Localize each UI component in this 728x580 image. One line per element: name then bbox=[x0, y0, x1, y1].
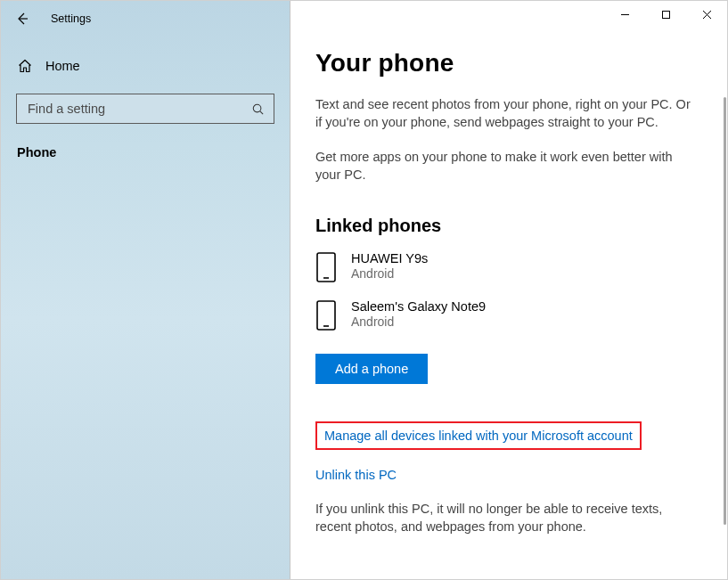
phone-icon bbox=[315, 252, 337, 282]
svg-line-2 bbox=[260, 110, 263, 113]
sidebar: Settings Home Phone bbox=[1, 1, 290, 579]
home-label: Home bbox=[45, 59, 80, 73]
phone-item[interactable]: Saleem's Galaxy Note9 Android bbox=[315, 298, 702, 331]
main-pane: Your phone Text and see recent photos fr… bbox=[290, 1, 727, 579]
back-button[interactable] bbox=[6, 3, 38, 35]
manage-devices-highlight: Manage all devices linked with your Micr… bbox=[315, 421, 642, 450]
page-title: Your phone bbox=[315, 49, 702, 78]
search-box[interactable] bbox=[16, 94, 274, 124]
scrollbar[interactable] bbox=[724, 97, 726, 525]
search-icon bbox=[251, 102, 265, 116]
window-title: Settings bbox=[51, 12, 91, 25]
maximize-button[interactable] bbox=[645, 1, 686, 28]
intro-text-2: Get more apps on your phone to make it w… bbox=[315, 148, 699, 184]
phone-os: Android bbox=[351, 315, 486, 331]
unlink-description: If you unlink this PC, it will no longer… bbox=[315, 500, 699, 536]
add-phone-button[interactable]: Add a phone bbox=[315, 354, 428, 384]
svg-rect-4 bbox=[662, 11, 669, 18]
close-button[interactable] bbox=[686, 1, 727, 28]
phone-info: HUAWEI Y9s Android bbox=[351, 250, 428, 282]
close-icon bbox=[702, 10, 712, 20]
sidebar-item-phone[interactable]: Phone bbox=[17, 145, 290, 159]
phone-item[interactable]: HUAWEI Y9s Android bbox=[315, 250, 702, 282]
search-wrap bbox=[16, 94, 274, 124]
settings-window: Settings Home Phone bbox=[0, 0, 728, 580]
intro-text-1: Text and see recent photos from your pho… bbox=[315, 95, 699, 132]
phone-icon bbox=[315, 300, 337, 331]
home-icon bbox=[17, 58, 33, 74]
unlink-pc-link[interactable]: Unlink this PC bbox=[315, 468, 702, 482]
maximize-icon bbox=[661, 10, 671, 20]
home-nav[interactable]: Home bbox=[1, 51, 290, 81]
linked-phones-title: Linked phones bbox=[315, 216, 702, 236]
svg-point-1 bbox=[253, 104, 261, 112]
phone-info: Saleem's Galaxy Note9 Android bbox=[351, 298, 486, 331]
minimize-button[interactable] bbox=[604, 1, 645, 28]
minimize-icon bbox=[620, 10, 630, 20]
search-input[interactable] bbox=[26, 101, 229, 117]
arrow-left-icon bbox=[15, 12, 29, 26]
content: Your phone Text and see recent photos fr… bbox=[290, 1, 727, 579]
window-controls bbox=[604, 1, 727, 31]
phone-name: Saleem's Galaxy Note9 bbox=[351, 298, 486, 315]
title-row: Settings bbox=[1, 1, 290, 37]
phone-os: Android bbox=[351, 266, 428, 282]
phone-name: HUAWEI Y9s bbox=[351, 250, 428, 266]
manage-devices-link[interactable]: Manage all devices linked with your Micr… bbox=[324, 429, 633, 443]
